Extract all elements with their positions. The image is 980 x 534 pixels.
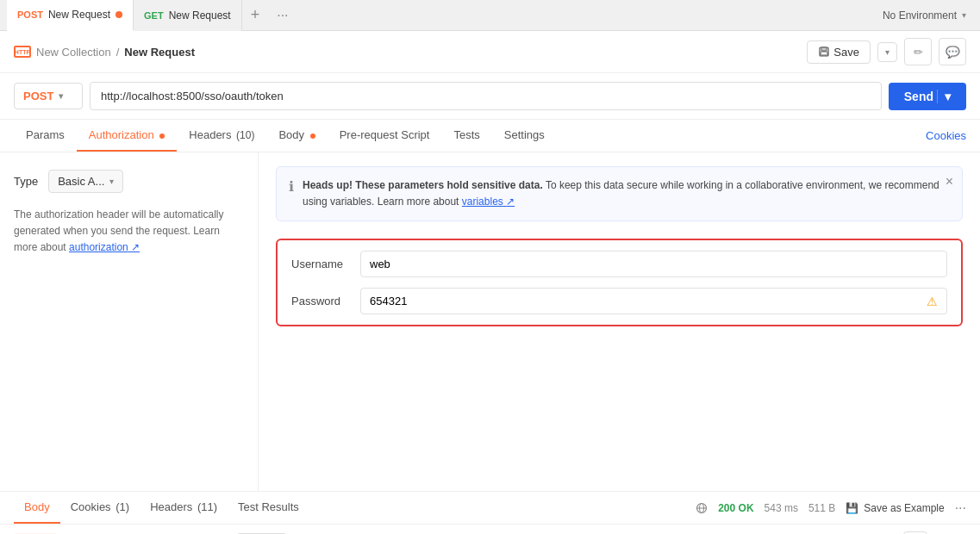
- save-example-button[interactable]: 💾 Save as Example: [846, 502, 944, 514]
- info-banner: ℹ Heads up! These parameters hold sensit…: [276, 166, 963, 221]
- password-input[interactable]: [361, 289, 918, 314]
- type-label: Type: [14, 175, 38, 188]
- cookies-link[interactable]: Cookies: [926, 129, 966, 142]
- variables-link[interactable]: variables ↗: [462, 196, 515, 208]
- send-chevron[interactable]: ▾: [937, 90, 951, 103]
- tab-body[interactable]: Body: [266, 120, 327, 152]
- username-input[interactable]: [360, 251, 947, 277]
- type-chevron: ▾: [109, 177, 114, 186]
- username-label: Username: [291, 258, 360, 270]
- url-input[interactable]: [90, 82, 882, 110]
- banner-bold-text: Heads up! These parameters hold sensitiv…: [303, 179, 543, 191]
- resp-tab-body[interactable]: Body: [14, 492, 60, 524]
- resp-tab-cookies[interactable]: Cookies (1): [60, 492, 140, 524]
- environment-label: No Environment: [883, 9, 957, 22]
- method-chevron: ▾: [59, 91, 63, 101]
- tab-bar: POST New Request GET New Request + ··· N…: [0, 0, 980, 31]
- response-more-button[interactable]: ···: [955, 500, 966, 516]
- save-example-icon: 💾: [846, 502, 858, 514]
- save-label: Save: [833, 46, 859, 59]
- svg-rect-2: [821, 52, 827, 55]
- response-tabs-bar: Body Cookies (1) Headers (11) Test Resul…: [0, 491, 980, 525]
- tab-authorization[interactable]: Authorization: [77, 120, 178, 152]
- right-panel: ℹ Heads up! These parameters hold sensit…: [259, 152, 980, 491]
- main-content: Type Basic A... ▾ The authorization head…: [0, 152, 980, 491]
- password-label: Password: [291, 295, 360, 307]
- tab-method-get: GET: [144, 10, 164, 21]
- svg-rect-1: [821, 47, 827, 51]
- resp-tab-test-results[interactable]: Test Results: [228, 492, 309, 524]
- tab-tests[interactable]: Tests: [441, 120, 491, 152]
- tab-headers[interactable]: Headers (10): [177, 120, 266, 152]
- tab-dot-0: [115, 11, 122, 18]
- info-icon: ℹ: [289, 178, 294, 195]
- info-text: Heads up! These parameters hold sensitiv…: [303, 177, 950, 210]
- send-label: Send: [904, 90, 933, 103]
- tab-params[interactable]: Params: [14, 120, 77, 152]
- tab-add-button[interactable]: +: [242, 0, 269, 31]
- authorization-dot: [159, 134, 165, 139]
- tab-more-button[interactable]: ···: [268, 0, 296, 31]
- edit-icon: ✏: [914, 46, 923, 59]
- breadcrumb-bar: HTTP New Collection / New Request Save ▾…: [0, 31, 980, 73]
- password-field-wrapper: ⚠: [360, 288, 947, 314]
- save-dropdown-button[interactable]: ▾: [877, 42, 897, 62]
- type-value: Basic A...: [58, 175, 104, 188]
- tab-pre-request[interactable]: Pre-request Script: [328, 120, 442, 152]
- credentials-wrapper: Username Password ⚠: [276, 239, 963, 326]
- breadcrumb-separator: /: [116, 46, 120, 59]
- type-row: Type Basic A... ▾: [14, 170, 244, 193]
- response-status: 200 OK 543 ms 511 B 💾 Save as Example ··…: [696, 500, 966, 516]
- save-icon: [818, 46, 830, 58]
- type-select[interactable]: Basic A... ▾: [48, 170, 123, 193]
- environment-selector[interactable]: No Environment ▾: [883, 9, 973, 22]
- method-select[interactable]: POST ▾: [14, 83, 83, 109]
- username-row: Username: [291, 251, 947, 277]
- method-value: POST: [23, 90, 53, 102]
- request-tabs: Params Authorization Headers (10) Body P…: [0, 120, 980, 152]
- resp-tab-headers[interactable]: Headers (11): [140, 492, 228, 524]
- tab-settings[interactable]: Settings: [492, 120, 557, 152]
- http-icon: HTTP: [14, 46, 31, 58]
- globe-icon: [696, 502, 708, 514]
- tab-get-new-request[interactable]: GET New Request: [134, 0, 242, 31]
- response-size: 511 B: [808, 502, 835, 514]
- breadcrumb-current: New Request: [124, 46, 195, 59]
- edit-button[interactable]: ✏: [904, 38, 932, 65]
- auth-description: The authorization header will be automat…: [14, 207, 244, 257]
- environment-chevron: ▾: [962, 10, 966, 20]
- response-time: 543 ms: [765, 502, 798, 514]
- tab-name-1: New Request: [169, 9, 231, 22]
- tab-name-0: New Request: [48, 9, 110, 21]
- tab-method-post: POST: [17, 9, 43, 20]
- left-panel: Type Basic A... ▾ The authorization head…: [0, 152, 259, 491]
- tab-post-new-request[interactable]: POST New Request: [7, 0, 134, 31]
- comment-icon: 💬: [946, 46, 960, 59]
- save-button[interactable]: Save: [807, 40, 871, 64]
- globe-icon-wrapper: [696, 502, 708, 514]
- authorization-link[interactable]: authorization ↗: [69, 241, 140, 253]
- save-example-label: Save as Example: [864, 502, 944, 514]
- format-bar: Pretty Raw Preview Visualize JSON ▾ ≡ ⧉ …: [0, 525, 980, 534]
- password-row: Password ⚠: [291, 288, 947, 314]
- save-chevron: ▾: [885, 47, 889, 57]
- comment-button[interactable]: 💬: [939, 38, 966, 65]
- status-code: 200 OK: [718, 502, 753, 514]
- breadcrumb-collection[interactable]: New Collection: [36, 46, 111, 59]
- breadcrumb-actions: Save ▾ ✏ 💬: [807, 38, 966, 65]
- breadcrumb: HTTP New Collection / New Request: [14, 46, 195, 59]
- url-bar: POST ▾ Send ▾: [0, 73, 980, 120]
- body-dot: [310, 134, 315, 139]
- send-button[interactable]: Send ▾: [889, 83, 966, 110]
- warning-icon: ⚠: [918, 295, 946, 308]
- banner-close-button[interactable]: ×: [946, 174, 953, 189]
